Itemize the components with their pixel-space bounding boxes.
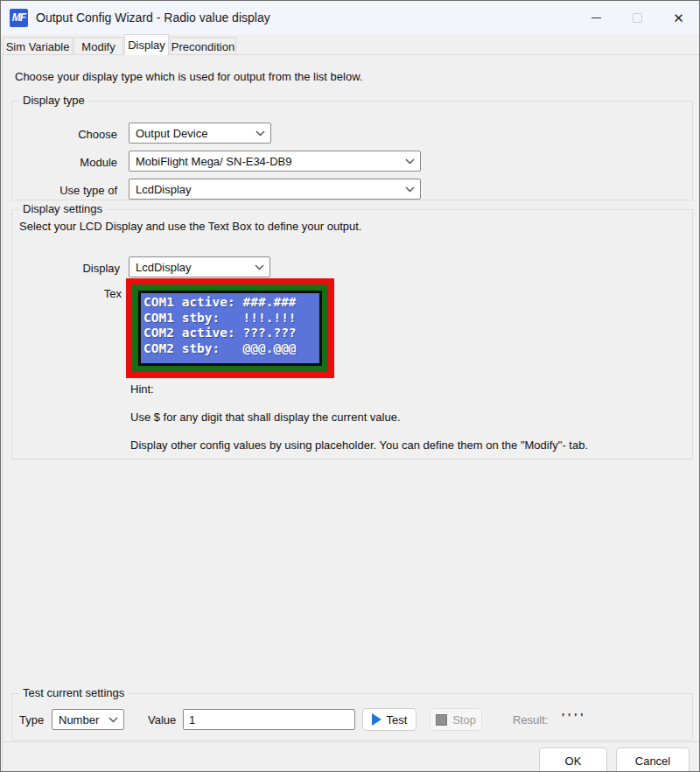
chevron-down-icon xyxy=(249,130,270,137)
use-type-of-label: Use type of xyxy=(12,184,117,197)
tab-precondition[interactable]: Precondition xyxy=(170,37,236,55)
display-tab-page: Choose your display type which is used f… xyxy=(2,54,700,772)
chevron-down-icon xyxy=(399,158,420,165)
tab-modify[interactable]: Modify xyxy=(74,37,123,55)
stop-icon xyxy=(436,714,447,726)
hint-title: Hint: xyxy=(130,382,154,396)
type-select[interactable]: Number xyxy=(52,709,124,730)
test-button[interactable]: Test xyxy=(362,708,416,731)
value-label: Value xyxy=(148,713,183,726)
play-icon xyxy=(372,713,382,726)
test-settings-group: Test current settings Type Number Value … xyxy=(11,693,693,740)
lcd-instruction: Select your LCD Display and use the Text… xyxy=(19,220,361,233)
value-input[interactable] xyxy=(183,709,355,730)
choose-label: Choose xyxy=(12,128,117,141)
close-icon: ✕ xyxy=(673,11,684,25)
lcd-frame: COM1 active: ###.###COM1 stby: !!!.!!!CO… xyxy=(132,284,328,372)
module-label: Module xyxy=(12,156,117,169)
lcd-highlight-border: COM1 active: ###.###COM1 stby: !!!.!!!CO… xyxy=(126,278,334,378)
test-settings-legend: Test current settings xyxy=(19,686,128,699)
result-value: '''' xyxy=(562,711,586,724)
minimize-button[interactable] xyxy=(576,1,617,34)
display-select[interactable]: LcdDisplay xyxy=(129,256,270,277)
hint-dollar: Use $ for any digit that shall display t… xyxy=(130,411,401,424)
minimize-icon xyxy=(592,18,601,18)
type-label: Type xyxy=(19,713,50,726)
module-select[interactable]: MobiFlight Mega/ SN-E34-DB9 xyxy=(129,151,421,172)
display-type-legend: Display type xyxy=(19,94,88,107)
display-label: Display xyxy=(12,262,120,275)
lcd-line: COM1 stby: !!!.!!! xyxy=(144,311,317,326)
close-button[interactable]: ✕ xyxy=(658,1,699,34)
choose-select[interactable]: Output Device xyxy=(129,123,271,144)
ok-button[interactable]: OK xyxy=(539,747,607,772)
output-config-wizard-window: MF Output Config Wizard - Radio value di… xyxy=(0,0,700,772)
tab-sim-variable[interactable]: Sim Variable xyxy=(3,37,73,55)
footer-divider xyxy=(3,741,700,742)
maximize-icon xyxy=(633,13,642,23)
tab-strip: Sim Variable Modify Display Precondition xyxy=(1,34,699,55)
text-label: Tex xyxy=(12,287,122,300)
window-title: Output Config Wizard - Radio value displ… xyxy=(36,11,270,25)
lcd-line: COM2 stby: @@@.@@@ xyxy=(144,341,317,357)
use-type-of-select[interactable]: LcdDisplay xyxy=(129,179,421,200)
mobiflight-logo-icon: MF xyxy=(10,9,28,27)
display-settings-group: Display settings Select your LCD Display… xyxy=(11,209,693,460)
titlebar: MF Output Config Wizard - Radio value di… xyxy=(1,1,699,34)
chevron-down-icon xyxy=(102,717,123,723)
maximize-button xyxy=(617,1,658,34)
display-settings-legend: Display settings xyxy=(19,202,106,215)
chevron-down-icon xyxy=(248,264,270,270)
lcd-text-input[interactable]: COM1 active: ###.###COM1 stby: !!!.!!!CO… xyxy=(141,293,319,363)
result-label: Result: xyxy=(513,713,548,726)
lcd-line: COM2 active: ???.??? xyxy=(144,326,317,341)
chevron-down-icon xyxy=(399,186,420,193)
tab-display[interactable]: Display xyxy=(124,34,169,55)
lcd-bezel: COM1 active: ###.###COM1 stby: !!!.!!!CO… xyxy=(138,291,322,366)
cancel-button[interactable]: Cancel xyxy=(616,747,690,772)
display-type-group: Display type Choose Output Device Module… xyxy=(11,101,693,200)
intro-text: Choose your display type which is used f… xyxy=(15,70,362,83)
stop-button: Stop xyxy=(430,708,482,731)
lcd-line: COM1 active: ###.### xyxy=(144,295,317,311)
hint-placeholder: Display other config values by using pla… xyxy=(130,439,588,452)
